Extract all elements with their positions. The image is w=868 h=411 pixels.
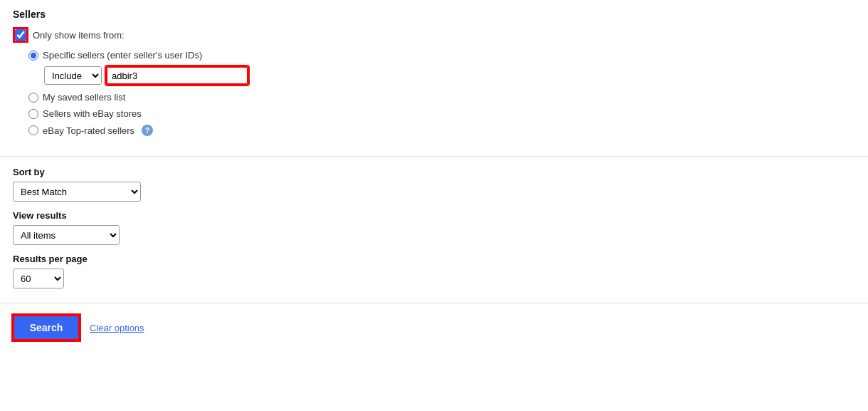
specific-sellers-radio[interactable] [28, 51, 38, 61]
radio-options-group: Specific sellers (enter seller's user ID… [28, 50, 855, 136]
sellers-section: Sellers Only show items from: Specific s… [0, 0, 868, 157]
action-section: Search Clear options [0, 303, 868, 352]
view-results-label: View results [13, 210, 855, 221]
saved-sellers-row: My saved sellers list [28, 92, 855, 103]
results-per-page-label: Results per page [13, 254, 855, 264]
saved-sellers-label: My saved sellers list [43, 92, 125, 103]
sort-section: Sort by Best Match Price: Lowest first P… [0, 157, 868, 303]
specific-sellers-row: Specific sellers (enter seller's user ID… [28, 50, 855, 61]
view-results-select[interactable]: All items Buy it Now Auction [13, 225, 120, 245]
ebay-stores-radio[interactable] [28, 109, 38, 119]
top-rated-label: eBay Top-rated sellers [43, 125, 134, 136]
sellers-title: Sellers [13, 9, 855, 20]
ebay-stores-label: Sellers with eBay stores [43, 108, 142, 119]
search-button-wrapper: Search [13, 315, 80, 340]
clear-options-link[interactable]: Clear options [90, 323, 144, 333]
ebay-stores-row: Sellers with eBay stores [28, 108, 855, 119]
search-button[interactable]: Search [14, 316, 78, 339]
only-show-checkbox[interactable] [15, 29, 26, 41]
top-rated-radio[interactable] [28, 125, 38, 135]
include-input-row: Include Exclude [44, 66, 855, 85]
top-rated-help-icon[interactable]: ? [142, 125, 153, 136]
only-show-row: Only show items from: [13, 27, 855, 43]
sort-by-select[interactable]: Best Match Price: Lowest first Price: Hi… [13, 182, 141, 202]
specific-sellers-label: Specific sellers (enter seller's user ID… [43, 50, 202, 61]
sort-by-label: Sort by [13, 167, 855, 177]
only-show-label: Only show items from: [33, 30, 125, 41]
top-rated-row: eBay Top-rated sellers ? [28, 125, 855, 136]
only-show-checkbox-wrapper [13, 27, 28, 43]
results-per-page-select[interactable]: 25 50 60 100 200 [13, 269, 64, 288]
include-select[interactable]: Include Exclude [44, 66, 102, 85]
saved-sellers-radio[interactable] [28, 93, 38, 103]
seller-id-input[interactable] [106, 66, 248, 85]
